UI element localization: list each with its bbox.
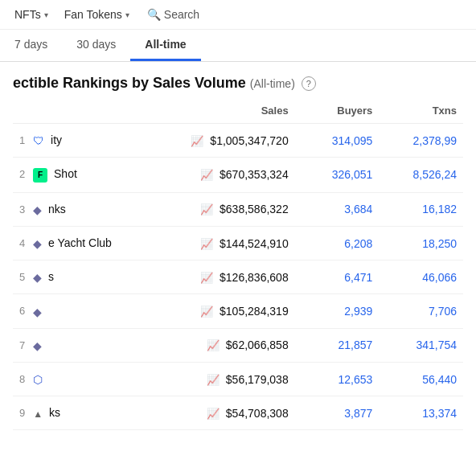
row-name: 1 🛡 ity xyxy=(13,124,150,158)
table-header: Sales Buyers Txns xyxy=(13,100,463,124)
row-name: 5 ◆ s xyxy=(13,261,150,294)
row-sales: 📈 $62,066,858 xyxy=(150,328,294,362)
table-row[interactable]: 7 ◆ 📈 $62,066,858 21,857 341,754 xyxy=(13,328,463,362)
row-buyers: 6,471 xyxy=(295,261,380,294)
tab-alltime[interactable]: All-time xyxy=(130,30,200,61)
shield-icon: 🛡 xyxy=(33,134,44,147)
col-header-name xyxy=(13,100,150,124)
row-name: 6 ◆ xyxy=(13,294,150,328)
eth-icon: ◆ xyxy=(33,237,42,250)
tab-30days[interactable]: 30 days xyxy=(62,30,130,61)
row-sales: 📈 $638,586,322 xyxy=(150,192,294,226)
table-row[interactable]: 8 ⬡ 📈 $56,179,038 12,653 56,440 xyxy=(13,363,463,396)
time-filter-tabs: 7 days 30 days All-time xyxy=(0,30,476,62)
chainlink-icon: ⬡ xyxy=(33,373,43,386)
table-row[interactable]: 6 ◆ 📈 $105,284,319 2,939 7,706 xyxy=(13,294,463,328)
tab-7days[interactable]: 7 days xyxy=(0,30,62,61)
main-content: ectible Rankings by Sales Volume (All-ti… xyxy=(0,62,476,430)
table-body: 1 🛡 ity 📈 $1,005,347,720 314,095 2,378,9… xyxy=(13,124,463,430)
rankings-table-container: Sales Buyers Txns 1 🛡 ity 📈 $1,005,347,7… xyxy=(13,100,463,430)
row-sales: 📈 $54,708,308 xyxy=(150,396,294,429)
trend-up-icon: 📈 xyxy=(200,203,213,215)
table-row[interactable]: 5 ◆ s 📈 $126,836,608 6,471 46,066 xyxy=(13,261,463,294)
row-txns: 18,250 xyxy=(379,226,463,260)
row-sales: 📈 $56,179,038 xyxy=(150,363,294,396)
row-txns: 8,526,24 xyxy=(379,158,463,192)
row-txns: 7,706 xyxy=(379,294,463,328)
row-buyers: 2,939 xyxy=(295,294,380,328)
row-buyers: 6,208 xyxy=(295,226,380,260)
trend-up-icon: 📈 xyxy=(207,339,220,351)
table-row[interactable]: 3 ◆ nks 📈 $638,586,322 3,684 16,182 xyxy=(13,192,463,226)
fan-tokens-nav-item[interactable]: Fan Tokens ▾ xyxy=(60,5,134,24)
nfts-chevron-icon: ▾ xyxy=(44,10,48,19)
row-txns: 56,440 xyxy=(379,363,463,396)
eth-icon: ◆ xyxy=(33,271,42,284)
row-sales: 📈 $1,005,347,720 xyxy=(150,124,294,158)
row-sales: 📈 $670,353,324 xyxy=(150,158,294,192)
trend-up-icon: 📈 xyxy=(200,272,213,284)
row-buyers: 21,857 xyxy=(295,328,380,362)
page-title: ectible Rankings by Sales Volume (All-ti… xyxy=(13,75,295,92)
flow-icon: F xyxy=(33,168,47,183)
row-name: 4 ◆ e Yacht Club xyxy=(13,226,150,260)
trend-up-icon: 📈 xyxy=(207,374,220,386)
col-header-buyers: Buyers xyxy=(295,100,380,124)
row-txns: 16,182 xyxy=(379,192,463,226)
title-tag: (All-time) xyxy=(250,77,295,90)
row-sales: 📈 $144,524,910 xyxy=(150,226,294,260)
trend-up-icon: 📈 xyxy=(200,306,213,318)
row-name: 2 F Shot xyxy=(13,158,150,192)
page-title-row: ectible Rankings by Sales Volume (All-ti… xyxy=(13,62,463,100)
trend-up-icon: 📈 xyxy=(207,408,220,420)
row-txns: 13,374 xyxy=(379,396,463,429)
rankings-table: Sales Buyers Txns 1 🛡 ity 📈 $1,005,347,7… xyxy=(13,100,463,430)
row-buyers: 314,095 xyxy=(295,124,380,158)
tri-icon: ▲ xyxy=(33,408,43,420)
eth-icon: ◆ xyxy=(33,203,42,216)
fan-tokens-chevron-icon: ▾ xyxy=(125,10,129,19)
col-header-sales: Sales xyxy=(150,100,294,124)
search-icon: 🔍 xyxy=(147,8,161,21)
row-sales: 📈 $105,284,319 xyxy=(150,294,294,328)
col-header-txns: Txns xyxy=(379,100,463,124)
trend-up-icon: 📈 xyxy=(200,169,213,181)
row-name: 7 ◆ xyxy=(13,328,150,362)
search-label: Search xyxy=(164,8,199,21)
row-sales: 📈 $126,836,608 xyxy=(150,261,294,294)
title-prefix: ectible Rankings by Sales Volume xyxy=(13,75,246,91)
row-txns: 341,754 xyxy=(379,328,463,362)
row-txns: 46,066 xyxy=(379,261,463,294)
help-icon[interactable]: ? xyxy=(302,76,316,91)
search-area[interactable]: 🔍 Search xyxy=(147,8,199,21)
eth-icon: ◆ xyxy=(33,339,42,352)
row-buyers: 326,051 xyxy=(295,158,380,192)
eth-icon: ◆ xyxy=(33,306,42,318)
table-row[interactable]: 4 ◆ e Yacht Club 📈 $144,524,910 6,208 18… xyxy=(13,226,463,260)
row-buyers: 3,877 xyxy=(295,396,380,429)
table-row[interactable]: 1 🛡 ity 📈 $1,005,347,720 314,095 2,378,9… xyxy=(13,124,463,158)
row-buyers: 12,653 xyxy=(295,363,380,396)
row-txns: 2,378,99 xyxy=(379,124,463,158)
table-row[interactable]: 2 F Shot 📈 $670,353,324 326,051 8,526,24 xyxy=(13,158,463,192)
row-name: 9 ▲ ks xyxy=(13,396,150,429)
row-buyers: 3,684 xyxy=(295,192,380,226)
trend-up-icon: 📈 xyxy=(200,238,213,250)
nfts-label: NFTs xyxy=(14,8,41,21)
top-nav: NFTs ▾ Fan Tokens ▾ 🔍 Search xyxy=(0,0,476,30)
trend-up-icon: 📈 xyxy=(191,135,203,147)
table-row[interactable]: 9 ▲ ks 📈 $54,708,308 3,877 13,374 xyxy=(13,396,463,429)
nfts-nav-item[interactable]: NFTs ▾ xyxy=(10,5,53,24)
row-name: 8 ⬡ xyxy=(13,363,150,396)
row-name: 3 ◆ nks xyxy=(13,192,150,226)
fan-tokens-label: Fan Tokens xyxy=(64,8,122,21)
